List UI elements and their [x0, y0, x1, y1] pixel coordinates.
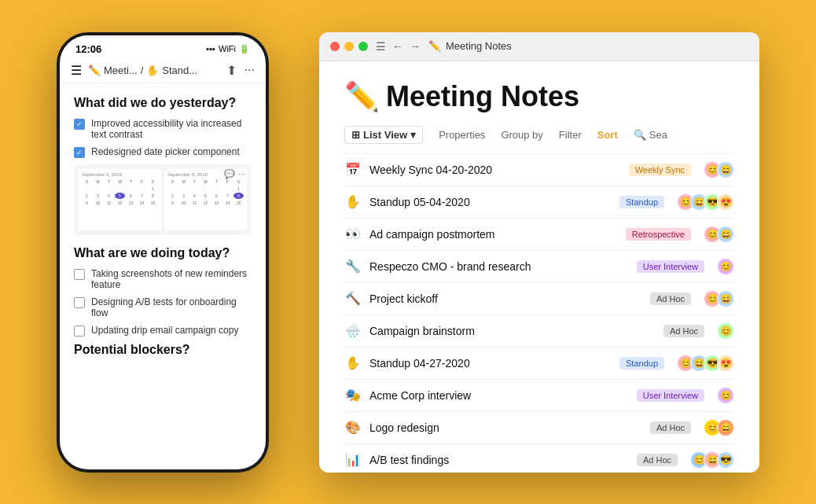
breadcrumb-item2[interactable]: Stand... — [162, 64, 197, 76]
phone-section2-title: What are we doing today? — [74, 246, 252, 260]
desktop-window: ☰ ← → ✏️ Meeting Notes ✏️ Meeting Notes … — [319, 32, 759, 473]
list-icon: ⊞ — [351, 129, 360, 141]
window-header: ✏️ Meeting Notes ⊞ List View ▾ Propertie… — [319, 61, 759, 154]
avatar: 😄 — [717, 161, 734, 178]
menu-icon[interactable]: ☰ — [71, 63, 82, 78]
list-row[interactable]: 🔧 Respeczo CMO - brand research User Int… — [344, 251, 734, 283]
row-icon-0: 📅 — [344, 162, 362, 177]
checkbox-5[interactable] — [74, 326, 85, 337]
row-tag-8: Ad Hoc — [650, 421, 691, 434]
check-item-5: Updating drip email campaign copy — [74, 325, 252, 337]
filter-label: Filter — [559, 129, 582, 141]
pencil-icon: ✏️ — [88, 64, 101, 76]
row-tag-5: Ad Hoc — [663, 325, 704, 337]
comment-icon[interactable]: 💬 — [224, 169, 235, 179]
properties-label: Properties — [439, 129, 485, 141]
row-title-8: Logo redesign — [369, 421, 642, 434]
image-actions: 💬 ··· — [224, 169, 245, 179]
properties-button[interactable]: Properties — [439, 129, 485, 141]
avatar: 😄 — [717, 226, 734, 243]
more-icon-2[interactable]: ··· — [238, 169, 245, 179]
avatar: 😊 — [717, 322, 734, 340]
window-control-dots — [330, 42, 368, 51]
row-icon-1: ✋ — [344, 194, 362, 209]
wifi-icon: WiFi — [219, 44, 236, 53]
calendar-preview: September 5, 2018 SMTWTFS 1 2345678 9101… — [74, 164, 252, 235]
more-icon[interactable]: ··· — [244, 63, 255, 78]
checkbox-2[interactable]: ✓ — [74, 147, 85, 158]
avatar: 😍 — [717, 193, 734, 211]
maximize-dot[interactable] — [358, 42, 368, 51]
row-icon-9: 📊 — [344, 452, 362, 467]
breadcrumb-item1[interactable]: Meeti... — [104, 64, 138, 76]
avatar: 😄 — [717, 419, 734, 436]
list-row[interactable]: 👀 Ad campaign postmortem Retrospective 😊… — [344, 219, 734, 251]
window-content: ✏️ Meeting Notes ⊞ List View ▾ Propertie… — [319, 61, 759, 473]
avatar: 😎 — [717, 451, 734, 469]
search-button[interactable]: 🔍 Sea — [634, 129, 667, 141]
check-item-5-text: Updating drip email campaign copy — [91, 325, 238, 336]
signal-icon: ▪▪▪ — [206, 44, 215, 53]
window-titlebar: ☰ ← → ✏️ Meeting Notes — [319, 32, 759, 61]
checkbox-1[interactable]: ✓ — [74, 119, 85, 130]
list-row[interactable]: ✋ Standup 05-04-2020 Standup 😊 😄 😎 😍 — [344, 186, 734, 219]
check-item-4: Designing A/B tests for onboarding flow — [74, 296, 252, 318]
sort-button[interactable]: Sort — [597, 129, 618, 141]
row-icon-8: 🎨 — [344, 420, 362, 435]
phone-status-bar: 12:06 ▪▪▪ WiFi 🔋 — [60, 35, 266, 58]
list-row[interactable]: 🔨 Project kickoff Ad Hoc 😊 😄 — [344, 283, 734, 315]
search-icon: 🔍 — [634, 129, 646, 141]
phone-nav-actions: ⬆ ··· — [226, 63, 255, 78]
titlebar-nav-icons: ☰ ← → — [376, 40, 421, 53]
list-row[interactable]: 📊 A/B test findings Ad Hoc 😊 😄 😎 — [344, 444, 734, 473]
list-row[interactable]: 🎨 Logo redesign Ad Hoc 😊 😄 — [344, 412, 734, 444]
avatar: 😄 — [717, 290, 734, 307]
list-row[interactable]: 🌧️ Campaign brainstorm Ad Hoc 😊 — [344, 315, 734, 348]
list-row[interactable]: 📅 Weekly Sync 04-20-2020 Weekly Sync 😊 😄 — [344, 154, 734, 186]
row-icon-4: 🔨 — [344, 291, 362, 306]
check-item-1-text: Improved accessibility via increased tex… — [91, 118, 252, 140]
row-avatars-7: 😊 — [717, 387, 734, 404]
row-tag-1: Standup — [619, 196, 664, 208]
page-title: ✏️ Meeting Notes — [344, 80, 734, 113]
phone-nav-bar: ☰ ✏️ Meeti... / ✋ Stand... ⬆ ··· — [60, 58, 266, 83]
row-tag-0: Weekly Sync — [629, 164, 691, 176]
list-row[interactable]: 🎭 Acme Corp interview User Interview 😊 — [344, 380, 734, 412]
group-by-button[interactable]: Group by — [501, 129, 542, 141]
back-icon[interactable]: ← — [392, 40, 403, 53]
row-title-4: Project kickoff — [369, 292, 642, 305]
row-tag-6: Standup — [619, 357, 664, 370]
phone-section3-title: Potential blockers? — [74, 343, 252, 357]
filter-button[interactable]: Filter — [559, 129, 582, 141]
phone-device: 12:06 ▪▪▪ WiFi 🔋 ☰ ✏️ Meeti... / ✋ Stand… — [57, 32, 269, 473]
check-item-3-text: Taking screenshots of new reminders feat… — [91, 268, 252, 290]
row-avatars-9: 😊 😄 😎 — [690, 451, 734, 469]
check-item-1: ✓ Improved accessibility via increased t… — [74, 118, 252, 140]
forward-icon[interactable]: → — [410, 40, 421, 53]
checkbox-4[interactable] — [74, 297, 85, 308]
share-icon[interactable]: ⬆ — [226, 63, 237, 78]
breadcrumb-icon2: ✋ — [146, 64, 159, 76]
minimize-dot[interactable] — [344, 42, 354, 51]
hamburger-icon[interactable]: ☰ — [376, 40, 386, 53]
row-tag-9: Ad Hoc — [637, 454, 678, 466]
list-view-button[interactable]: ⊞ List View ▾ — [344, 126, 423, 144]
row-avatars-2: 😊 😄 — [704, 226, 734, 243]
row-icon-3: 🔧 — [344, 259, 362, 274]
window-toolbar: ⊞ List View ▾ Properties Group by Filter… — [344, 126, 734, 154]
row-title-3: Respeczo CMO - brand research — [369, 260, 629, 273]
close-dot[interactable] — [330, 42, 340, 51]
list-row[interactable]: ✋ Standup 04-27-2020 Standup 😊 😄 😎 😍 — [344, 348, 734, 380]
row-avatars-1: 😊 😄 😎 😍 — [677, 193, 734, 211]
row-tag-3: User Interview — [637, 260, 704, 273]
row-title-1: Standup 05-04-2020 — [369, 196, 612, 208]
breadcrumb-separator: / — [141, 64, 144, 76]
checkbox-3[interactable] — [74, 269, 85, 280]
row-icon-6: ✋ — [344, 355, 362, 370]
row-title-7: Acme Corp interview — [369, 389, 629, 402]
avatar: 😍 — [717, 355, 734, 372]
page-title-emoji: ✏️ — [344, 80, 380, 113]
window-title-area: ✏️ Meeting Notes — [428, 40, 512, 52]
title-emoji: ✏️ — [428, 40, 441, 52]
phone-section1-title: What did we do yesterday? — [74, 96, 252, 110]
